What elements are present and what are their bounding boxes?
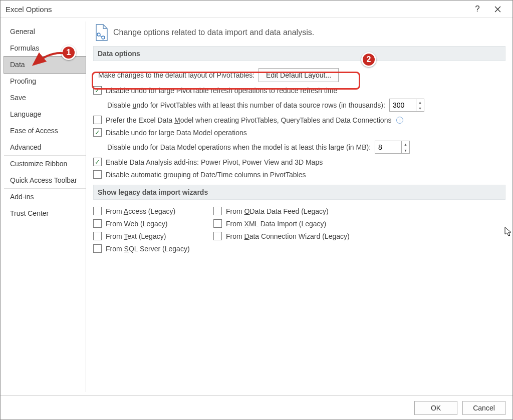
- checkbox-checked-icon: ✓: [93, 128, 102, 137]
- disable-undo-dm-row[interactable]: ✓ Disable undo for large Data Model oper…: [93, 126, 505, 139]
- sidebar-item-add-ins[interactable]: Add-ins: [4, 189, 86, 205]
- checkbox-unchecked-icon: ✓: [93, 219, 102, 228]
- dm-size-spinner[interactable]: ▲▼: [375, 141, 410, 154]
- cancel-button[interactable]: Cancel: [462, 401, 505, 415]
- dm-size-input[interactable]: [375, 141, 401, 153]
- section-data-options: Data options: [93, 46, 505, 61]
- page-heading: Change options related to data import an…: [94, 24, 505, 41]
- undo-threshold-label: Disable undo for PivotTables with at lea…: [107, 101, 385, 109]
- checkbox-unchecked-icon: ✓: [93, 244, 102, 253]
- sidebar-item-advanced[interactable]: Advanced: [4, 139, 86, 156]
- sidebar-item-data[interactable]: Data: [4, 57, 86, 73]
- excel-options-window: Excel Options ? GeneralFormulasDataProof…: [0, 0, 513, 420]
- legacy-text-label: From Text (Legacy): [106, 232, 166, 240]
- undo-threshold-input[interactable]: [390, 99, 416, 111]
- sidebar-item-language[interactable]: Language: [4, 106, 86, 123]
- main-panel: Change options related to data import an…: [86, 18, 512, 395]
- legacy-odata-row[interactable]: ✓From OData Data Feed (Legacy): [213, 205, 364, 217]
- help-button[interactable]: ?: [467, 1, 487, 17]
- dm-size-label: Disable undo for Data Model operations w…: [107, 143, 371, 151]
- edit-default-layout-button[interactable]: Edit Default Layout...: [259, 68, 339, 82]
- sidebar: GeneralFormulasDataProofingSaveLanguageE…: [4, 22, 86, 392]
- legacy-web-label: From Web (Legacy): [106, 220, 167, 228]
- legacy-access-row[interactable]: ✓From Access (Legacy): [93, 205, 213, 217]
- sidebar-item-proofing[interactable]: Proofing: [4, 73, 86, 90]
- sidebar-item-save[interactable]: Save: [4, 90, 86, 106]
- legacy-text-row[interactable]: ✓From Text (Legacy): [93, 230, 213, 242]
- sidebar-item-general[interactable]: General: [4, 24, 86, 40]
- page-heading-text: Change options related to data import an…: [113, 28, 314, 37]
- checkbox-checked-icon: ✓: [93, 86, 102, 95]
- checkbox-unchecked-icon: ✓: [93, 116, 102, 124]
- section-legacy-wizards: Show legacy data import wizards: [93, 185, 505, 200]
- sidebar-item-trust-center[interactable]: Trust Center: [4, 205, 86, 222]
- pivot-layout-row: Make changes to the default layout of Pi…: [93, 66, 505, 84]
- prefer-data-model-label: Prefer the Excel Data Model when creatin…: [106, 116, 391, 124]
- legacy-dcw-label: From Data Connection Wizard (Legacy): [226, 232, 350, 240]
- disable-undo-dm-label: Disable undo for large Data Model operat…: [106, 129, 247, 137]
- legacy-web-row[interactable]: ✓From Web (Legacy): [93, 217, 213, 230]
- legacy-odata-label: From OData Data Feed (Legacy): [226, 207, 329, 215]
- data-page-icon: [94, 24, 108, 41]
- legacy-sql-label: From SQL Server (Legacy): [106, 245, 190, 253]
- enable-addins-label: Enable Data Analysis add-ins: Power Pivo…: [106, 158, 323, 166]
- legacy-access-label: From Access (Legacy): [106, 207, 175, 215]
- disable-undo-large-pt-row[interactable]: ✓ Disable undo for large PivotTable refr…: [93, 84, 505, 97]
- checkbox-unchecked-icon: ✓: [213, 219, 222, 228]
- legacy-xml-row[interactable]: ✓From XML Data Import (Legacy): [213, 217, 364, 230]
- checkbox-unchecked-icon: ✓: [93, 232, 102, 240]
- undo-threshold-row: Disable undo for PivotTables with at lea…: [93, 97, 505, 114]
- checkbox-unchecked-icon: ✓: [93, 207, 102, 215]
- spinner-arrows[interactable]: ▲▼: [416, 99, 424, 111]
- spinner-arrows[interactable]: ▲▼: [401, 141, 409, 153]
- pivot-layout-label: Make changes to the default layout of Pi…: [98, 71, 254, 79]
- disable-auto-group-row[interactable]: ✓ Disable automatic grouping of Date/Tim…: [93, 168, 505, 181]
- sidebar-item-customize-ribbon[interactable]: Customize Ribbon: [4, 156, 86, 172]
- checkbox-checked-icon: ✓: [93, 158, 102, 166]
- close-icon: [494, 6, 501, 13]
- dialog-footer: OK Cancel: [1, 395, 512, 419]
- sidebar-item-formulas[interactable]: Formulas: [4, 40, 86, 57]
- titlebar: Excel Options ?: [1, 1, 512, 18]
- disable-auto-group-label: Disable automatic grouping of Date/Time …: [106, 171, 306, 179]
- checkbox-unchecked-icon: ✓: [213, 207, 222, 215]
- close-button[interactable]: [487, 1, 507, 17]
- window-title: Excel Options: [6, 5, 467, 14]
- legacy-sql-row[interactable]: ✓From SQL Server (Legacy): [93, 242, 213, 255]
- prefer-data-model-row[interactable]: ✓ Prefer the Excel Data Model when creat…: [93, 114, 505, 126]
- legacy-grid: ✓From Access (Legacy) ✓From Web (Legacy)…: [93, 205, 505, 255]
- checkbox-unchecked-icon: ✓: [93, 170, 102, 179]
- enable-addins-row[interactable]: ✓ Enable Data Analysis add-ins: Power Pi…: [93, 156, 505, 168]
- sidebar-item-quick-access-toolbar[interactable]: Quick Access Toolbar: [4, 172, 86, 189]
- ok-button[interactable]: OK: [414, 401, 457, 415]
- undo-threshold-spinner[interactable]: ▲▼: [389, 99, 424, 112]
- dm-size-row: Disable undo for Data Model operations w…: [93, 139, 505, 156]
- checkbox-unchecked-icon: ✓: [213, 232, 222, 240]
- legacy-dcw-row[interactable]: ✓From Data Connection Wizard (Legacy): [213, 230, 364, 242]
- sidebar-item-ease-of-access[interactable]: Ease of Access: [4, 123, 86, 139]
- disable-undo-large-pt-label: Disable undo for large PivotTable refres…: [106, 87, 337, 95]
- info-icon[interactable]: i: [396, 117, 403, 124]
- legacy-xml-label: From XML Data Import (Legacy): [226, 220, 326, 228]
